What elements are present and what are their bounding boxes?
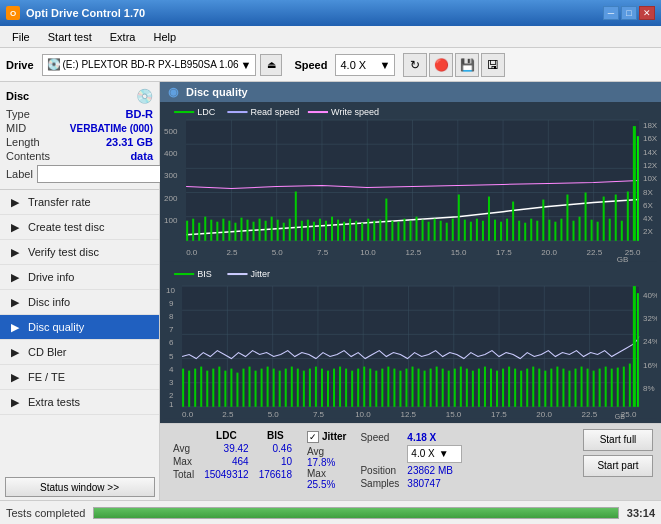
svg-rect-193 (375, 371, 377, 407)
menu-file[interactable]: File (4, 29, 38, 45)
jitter-avg: 17.8% (307, 457, 335, 468)
sidebar-item-create-test-disc[interactable]: ▶ Create test disc (0, 215, 159, 240)
svg-rect-89 (500, 222, 502, 241)
start-full-button[interactable]: Start full (583, 429, 653, 451)
svg-rect-52 (277, 220, 279, 241)
svg-text:16X: 16X (643, 134, 657, 143)
svg-rect-201 (424, 371, 426, 407)
svg-rect-88 (494, 220, 496, 241)
samples-label: Samples (356, 477, 403, 490)
svg-rect-187 (339, 367, 341, 407)
speed-stat-label: Speed (356, 431, 403, 444)
svg-rect-91 (512, 202, 514, 241)
svg-text:8%: 8% (643, 384, 655, 393)
label-input[interactable] (37, 165, 170, 183)
main-layout: Disc 💿 Type BD-R MID VERBATIMe (000) Len… (0, 82, 661, 500)
sidebar-item-drive-info[interactable]: ▶ Drive info (0, 265, 159, 290)
svg-rect-104 (591, 220, 593, 241)
disc-quality-icon: ▶ (8, 320, 22, 334)
chart-header: ◉ Disc quality (160, 82, 661, 102)
maximize-button[interactable]: □ (621, 6, 637, 20)
svg-text:500: 500 (164, 127, 178, 136)
title-bar: O Opti Drive Control 1.70 ─ □ ✕ (0, 0, 661, 26)
svg-text:8: 8 (169, 312, 174, 321)
sidebar-item-transfer-rate[interactable]: ▶ Transfer rate (0, 190, 159, 215)
svg-text:0.0: 0.0 (182, 410, 194, 419)
svg-text:9: 9 (169, 299, 174, 308)
sidebar-item-cd-bler[interactable]: ▶ CD Bler (0, 340, 159, 365)
svg-rect-80 (446, 223, 448, 241)
speed-setting: 4.0 X (411, 448, 434, 459)
total-label: Total (168, 468, 199, 481)
menu-extra[interactable]: Extra (102, 29, 144, 45)
svg-rect-100 (566, 195, 568, 241)
verify-test-disc-label: Verify test disc (28, 246, 99, 258)
sidebar-item-disc-quality[interactable]: ▶ Disc quality (0, 315, 159, 340)
svg-rect-237 (637, 293, 639, 407)
sidebar-item-verify-test-disc[interactable]: ▶ Verify test disc (0, 240, 159, 265)
svg-rect-51 (271, 217, 273, 241)
label-row: Label ✏ (6, 165, 153, 183)
sidebar-item-fe-te[interactable]: ▶ FE / TE (0, 365, 159, 390)
svg-rect-226 (574, 369, 576, 407)
svg-rect-111 (633, 126, 636, 241)
sidebar-item-extra-tests[interactable]: ▶ Extra tests (0, 390, 159, 415)
svg-rect-45 (234, 223, 236, 241)
transfer-rate-icon: ▶ (8, 195, 22, 209)
disc-quality-header-icon: ◉ (168, 85, 178, 99)
minimize-button[interactable]: ─ (603, 6, 619, 20)
svg-rect-172 (249, 367, 251, 407)
drive-label: Drive (6, 59, 34, 71)
svg-text:15.0: 15.0 (451, 248, 467, 257)
svg-text:24%: 24% (643, 337, 657, 346)
svg-text:2: 2 (169, 391, 174, 400)
svg-rect-42 (216, 222, 218, 241)
svg-rect-93 (524, 223, 526, 241)
eject-button[interactable]: ⏏ (260, 54, 282, 76)
save-button[interactable]: 🖫 (481, 53, 505, 77)
speed-select[interactable]: 4.0 X ▼ (335, 54, 395, 76)
jitter-label: Jitter (322, 431, 346, 442)
drive-select[interactable]: 💽 (E:) PLEXTOR BD-R PX-LB950SA 1.06 ▼ (42, 54, 257, 76)
settings-button2[interactable]: 💾 (455, 53, 479, 77)
svg-text:4: 4 (169, 365, 174, 374)
svg-rect-196 (393, 369, 395, 407)
svg-text:BIS: BIS (197, 269, 212, 279)
disc-type-row: Type BD-R (6, 108, 153, 120)
menu-start-test[interactable]: Start test (40, 29, 100, 45)
svg-rect-170 (236, 373, 238, 407)
refresh-button[interactable]: ↻ (403, 53, 427, 77)
svg-text:12.5: 12.5 (400, 410, 416, 419)
bis-chart-svg: BIS Jitter 10 9 8 7 6 5 4 3 2 1 40% (164, 268, 657, 419)
svg-rect-107 (609, 219, 611, 241)
sidebar-item-disc-info[interactable]: ▶ Disc info (0, 290, 159, 315)
app-title: Opti Drive Control 1.70 (26, 7, 145, 19)
svg-rect-41 (210, 220, 212, 241)
svg-text:22.5: 22.5 (587, 248, 603, 257)
svg-text:5: 5 (169, 351, 174, 360)
svg-rect-235 (629, 364, 631, 407)
svg-rect-180 (297, 369, 299, 407)
svg-text:2.5: 2.5 (222, 410, 234, 419)
jitter-checkbox[interactable]: ✓ (307, 431, 319, 443)
start-part-button[interactable]: Start part (583, 455, 653, 477)
charts-container: LDC Read speed Write speed 500 400 300 2… (160, 102, 661, 423)
svg-rect-37 (186, 221, 188, 241)
svg-rect-221 (544, 371, 546, 407)
svg-text:10X: 10X (643, 174, 657, 183)
status-window-button[interactable]: Status window >> (5, 477, 155, 497)
speed-dropdown[interactable]: 4.0 X ▼ (407, 445, 462, 463)
svg-text:GB: GB (617, 255, 629, 262)
speed-position-section: Speed 4.18 X 4.0 X ▼ Position (356, 431, 466, 490)
menu-bar: File Start test Extra Help (0, 26, 661, 48)
svg-text:5.0: 5.0 (268, 410, 280, 419)
svg-rect-49 (259, 219, 261, 241)
menu-help[interactable]: Help (145, 29, 184, 45)
close-button[interactable]: ✕ (639, 6, 655, 20)
position-value: 23862 MB (403, 464, 466, 477)
svg-rect-214 (502, 369, 504, 407)
svg-text:300: 300 (164, 171, 178, 180)
svg-rect-195 (387, 367, 389, 407)
svg-rect-211 (484, 367, 486, 407)
settings-button1[interactable]: 🔴 (429, 53, 453, 77)
